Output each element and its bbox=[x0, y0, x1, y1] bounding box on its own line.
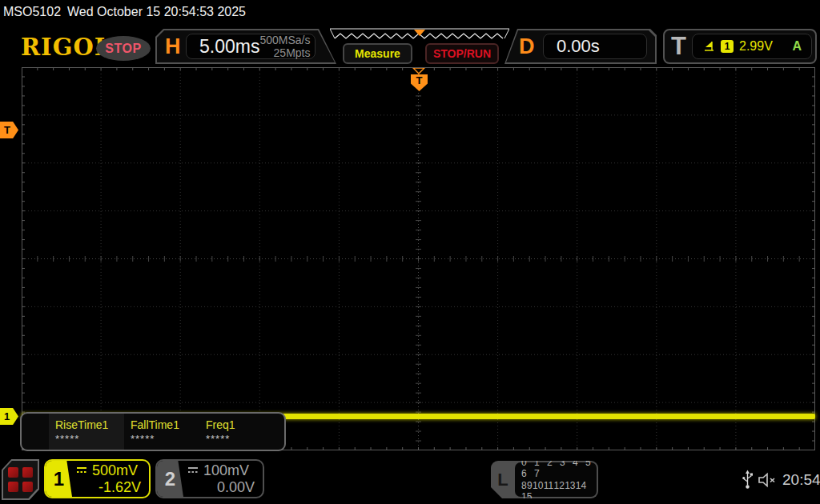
channel2-status-block[interactable]: 2 100mV 0.00V bbox=[155, 459, 264, 498]
trigger-position-pointer-icon bbox=[412, 68, 425, 74]
date-time: Wed October 15 20:54:53 2025 bbox=[67, 5, 246, 19]
model-name: MSO5102 bbox=[3, 5, 61, 19]
logic-analyzer-block[interactable]: L 0 1 2 3 4 5 6 7 8 9 10 11 12 13 14 15 bbox=[491, 461, 598, 498]
measurement-label: FallTime1 bbox=[131, 418, 199, 431]
channel1-status-block[interactable]: 1 500mV -1.62V bbox=[44, 459, 151, 498]
measurement-results-panel[interactable]: RiseTime1 ***** FallTime1 ***** Freq1 **… bbox=[20, 412, 286, 451]
trigger-source-badge: 1 bbox=[721, 40, 734, 53]
measurement-value: ***** bbox=[206, 433, 275, 445]
measure-button[interactable]: Measure bbox=[343, 43, 412, 64]
delay-badge: D bbox=[519, 30, 535, 62]
acquisition-state-badge: STOP bbox=[96, 36, 151, 61]
measurement-value: ***** bbox=[55, 433, 124, 445]
usb-icon bbox=[742, 470, 754, 490]
rising-edge-trigger-icon bbox=[702, 41, 715, 52]
measurement-panel-spacer bbox=[22, 414, 49, 450]
waveform-overview-strip[interactable] bbox=[330, 28, 509, 41]
trigger-panel[interactable]: T 1 2.99V A bbox=[663, 29, 817, 64]
channel1-scale: 500mV bbox=[92, 462, 138, 479]
stop-run-button[interactable]: STOP/RUN bbox=[425, 43, 499, 64]
delay-value: 0.00s bbox=[544, 36, 600, 57]
clock: 20:54 bbox=[782, 471, 820, 489]
delay-display: 0.00s bbox=[543, 34, 647, 59]
menu-grid-icon bbox=[8, 467, 33, 492]
horizontal-badge: H bbox=[165, 30, 181, 62]
dc-coupling-icon bbox=[187, 466, 199, 475]
dc-coupling-icon bbox=[75, 466, 88, 475]
trigger-level-marker[interactable]: T bbox=[0, 122, 18, 138]
speaker-muted-icon bbox=[758, 472, 778, 488]
logic-analyzer-tab: L bbox=[491, 461, 515, 498]
measurement-item[interactable]: Freq1 ***** bbox=[199, 414, 275, 450]
delay-panel[interactable]: D 0.00s bbox=[504, 29, 657, 64]
channel1-offset-marker[interactable]: 1 bbox=[0, 408, 18, 425]
trigger-level-value: 2.99V bbox=[739, 39, 773, 54]
trigger-badge: T bbox=[671, 30, 686, 62]
horizontal-panel[interactable]: H 5.00ms 500MSa/s 25Mpts bbox=[155, 29, 336, 64]
measurement-label: Freq1 bbox=[206, 418, 275, 431]
sample-rate: 500MSa/s bbox=[259, 34, 310, 46]
channel2-scale: 100mV bbox=[203, 462, 249, 479]
status-bar: MSO5102 Wed October 15 20:54:53 2025 bbox=[0, 0, 820, 24]
timebase-value: 5.00ms bbox=[187, 36, 259, 58]
measurement-item[interactable]: FallTime1 ***** bbox=[124, 414, 199, 450]
memory-depth: 25Mpts bbox=[259, 46, 310, 59]
oscilloscope-screen: MSO5102 Wed October 15 20:54:53 2025 RIG… bbox=[0, 0, 820, 504]
measurement-label: RiseTime1 bbox=[55, 418, 124, 431]
sample-rate-display: 500MSa/s 25Mpts bbox=[259, 34, 316, 59]
grid-lines bbox=[22, 67, 815, 450]
main-menu-button[interactable] bbox=[2, 459, 39, 500]
measurement-value: ***** bbox=[131, 433, 199, 445]
channel2-tab: 2 bbox=[157, 461, 183, 497]
channel1-offset: -1.62V bbox=[75, 479, 141, 496]
trigger-display: 1 2.99V A bbox=[692, 34, 812, 59]
waveform-graticule bbox=[22, 67, 815, 450]
channel2-offset: 0.00V bbox=[187, 479, 255, 496]
digital-channels-row2: 8 9 10 11 12 13 14 15 bbox=[521, 480, 597, 498]
trigger-mode: A bbox=[792, 39, 802, 54]
timebase-display: 5.00ms 500MSa/s 25Mpts bbox=[186, 34, 316, 59]
channel1-tab: 1 bbox=[46, 461, 72, 497]
digital-channels-row1: 0 1 2 3 4 5 6 7 bbox=[521, 461, 597, 479]
measurement-item[interactable]: RiseTime1 ***** bbox=[49, 414, 124, 450]
